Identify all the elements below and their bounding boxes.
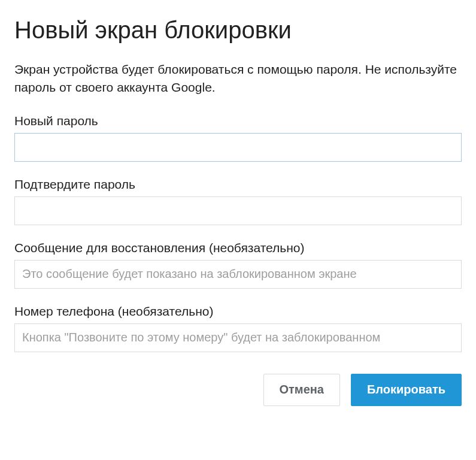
recovery-message-input[interactable] bbox=[14, 260, 462, 289]
page-title: Новый экран блокировки bbox=[14, 17, 462, 44]
button-row: Отмена Блокировать bbox=[14, 374, 462, 406]
new-password-input[interactable] bbox=[14, 133, 462, 162]
page-description: Экран устройства будет блокироваться с п… bbox=[14, 60, 462, 97]
new-password-label: Новый пароль bbox=[14, 114, 462, 128]
confirm-password-group: Подтвердите пароль bbox=[14, 177, 462, 225]
recovery-message-label: Сообщение для восстановления (необязател… bbox=[14, 241, 462, 255]
lock-button[interactable]: Блокировать bbox=[351, 374, 462, 406]
phone-number-label: Номер телефона (необязательно) bbox=[14, 304, 462, 319]
phone-number-input[interactable] bbox=[14, 323, 462, 352]
cancel-button[interactable]: Отмена bbox=[263, 374, 340, 406]
phone-number-group: Номер телефона (необязательно) bbox=[14, 304, 462, 352]
recovery-message-group: Сообщение для восстановления (необязател… bbox=[14, 241, 462, 289]
new-password-group: Новый пароль bbox=[14, 114, 462, 162]
confirm-password-input[interactable] bbox=[14, 196, 462, 225]
confirm-password-label: Подтвердите пароль bbox=[14, 177, 462, 192]
